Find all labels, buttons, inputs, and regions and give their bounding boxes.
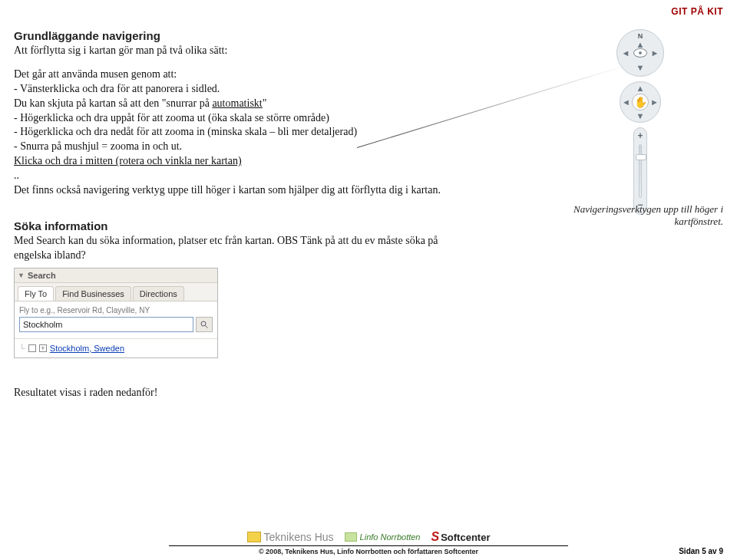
pan-down-button[interactable]: ▼ bbox=[636, 111, 645, 120]
logo-linfo: Linfo Norrbotten bbox=[345, 532, 421, 542]
pan-hand-icon[interactable]: ✋ bbox=[632, 94, 649, 110]
collapse-triangle-icon[interactable]: ▼ bbox=[18, 272, 25, 279]
section-search-title: Söka information bbox=[14, 219, 474, 232]
result-checkbox[interactable] bbox=[28, 344, 36, 352]
pan-right-button[interactable]: ► bbox=[650, 97, 659, 107]
nav-caption: Navigeringsverktygen upp till höger i ka… bbox=[524, 203, 723, 228]
map-nav-widget: N ▲ ▼ ◄ ► ▲ ▼ ◄ ► ✋ + − bbox=[616, 29, 664, 215]
auto-pre: Du kan skjuta på kartan så att den "snur… bbox=[14, 97, 212, 109]
search-go-button[interactable] bbox=[196, 317, 213, 332]
result-note: Resultatet visas i raden nedanför! bbox=[14, 386, 474, 400]
eye-icon[interactable] bbox=[633, 48, 647, 58]
bullet-zoomout: - Högerklicka och dra uppåt för att zoom… bbox=[14, 111, 474, 126]
tab-fly-to[interactable]: Fly To bbox=[18, 286, 54, 301]
pan-left-button[interactable]: ◄ bbox=[622, 97, 630, 107]
search-panel-header[interactable]: ▼ Search bbox=[15, 268, 217, 283]
flyto-input[interactable] bbox=[19, 317, 193, 332]
nav-intro: Att förflytta sig i kartan gör man på tv… bbox=[14, 44, 474, 58]
look-compass: N ▲ ▼ ◄ ► bbox=[616, 29, 664, 77]
result-expand-icon[interactable]: + bbox=[39, 344, 47, 352]
look-down-button[interactable]: ▼ bbox=[635, 62, 646, 73]
dots: .. bbox=[14, 169, 474, 183]
bullet-auto: Du kan skjuta på kartan så att den "snur… bbox=[14, 97, 474, 111]
result-link[interactable]: Stockholm, Sweden bbox=[50, 344, 124, 353]
page-number: Sidan 5 av 9 bbox=[679, 547, 723, 555]
search-text: Med Search kan du söka information, plat… bbox=[14, 234, 474, 263]
svg-point-0 bbox=[201, 321, 206, 326]
search-result-row: └ + Stockholm, Sweden bbox=[15, 338, 217, 357]
magnifier-icon bbox=[200, 320, 209, 329]
pan-joystick: ▲ ▼ ◄ ► ✋ bbox=[620, 81, 661, 123]
bullet-rotate: Klicka och dra i mitten (rotera och vink… bbox=[14, 154, 474, 169]
look-right-button[interactable]: ► bbox=[649, 48, 660, 58]
logo-teknikens-hus: Teknikens Hus bbox=[247, 531, 334, 543]
search-tabs: Fly To Find Businesses Directions bbox=[15, 283, 217, 301]
page-footer: Teknikens Hus Linfo Norrbotten SSoftcent… bbox=[0, 530, 737, 555]
auto-word: automatiskt bbox=[212, 97, 262, 109]
mouse-lead: Det går att använda musen genom att: bbox=[14, 68, 474, 82]
svg-line-1 bbox=[206, 325, 208, 328]
flyto-hint-label: Fly to e.g., Reservoir Rd, Clayville, NY bbox=[19, 306, 213, 315]
tab-directions[interactable]: Directions bbox=[133, 286, 184, 301]
zoom-track[interactable] bbox=[639, 144, 642, 198]
bullet-pan: - Vänsterklicka och dra för att panorera… bbox=[14, 82, 474, 97]
tree-line: └ bbox=[19, 344, 25, 353]
header-doc-title: GIT PÅ KIT bbox=[671, 6, 723, 17]
search-panel-title: Search bbox=[28, 271, 56, 280]
zoom-in-button[interactable]: + bbox=[635, 131, 646, 142]
tab-find-businesses[interactable]: Find Businesses bbox=[55, 286, 131, 301]
section-navigation-title: Grundläggande navigering bbox=[14, 29, 474, 42]
bullet-wheel: - Snurra på mushjul = zooma in och ut. bbox=[14, 140, 474, 154]
logo-softcenter: SSoftcenter bbox=[431, 530, 490, 544]
zoom-slider-handle[interactable] bbox=[636, 154, 646, 160]
look-left-button[interactable]: ◄ bbox=[620, 48, 631, 58]
tools-note: Det finns också navigering verktyg uppe … bbox=[14, 183, 474, 198]
copyright: © 2008, Teknikens Hus, Linfo Norrbotten … bbox=[14, 548, 723, 555]
search-panel: ▼ Search Fly To Find Businesses Directio… bbox=[14, 268, 218, 358]
pan-up-button[interactable]: ▲ bbox=[636, 84, 645, 93]
auto-post: " bbox=[263, 97, 267, 109]
zoom-control: + − bbox=[633, 127, 647, 215]
